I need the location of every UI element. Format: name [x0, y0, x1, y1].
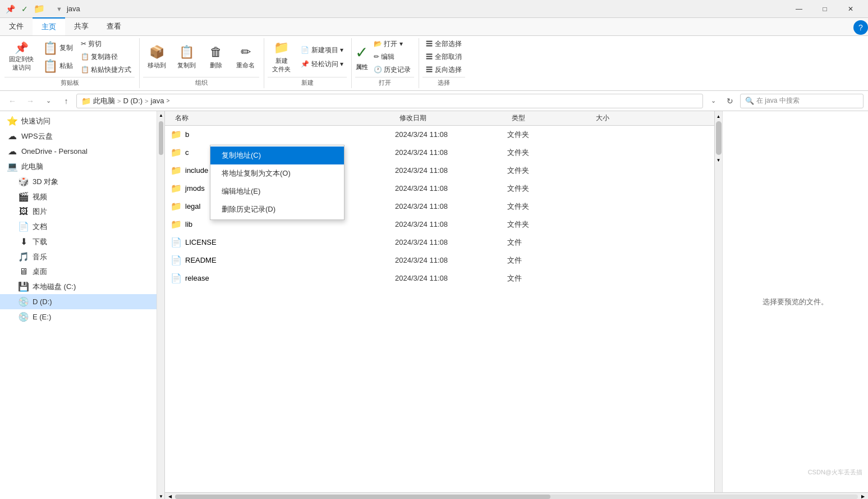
table-row[interactable]: 📄release2024/3/24 11:08文件 — [165, 269, 714, 287]
sidebar-item-music[interactable]: 🎵音乐 — [0, 249, 157, 264]
quick-access-icon: ⭐ — [7, 116, 18, 126]
title-bar-check-icon[interactable]: ✓ — [19, 3, 30, 15]
sidebar-item-this-pc[interactable]: 💻此电脑 — [0, 159, 157, 174]
sidebar-scroll-up[interactable]: ▲ — [157, 111, 165, 119]
path-chevron[interactable]: > — [166, 98, 169, 104]
sidebar-item-wps[interactable]: ☁WPS云盘 — [0, 129, 157, 144]
maximize-button[interactable]: □ — [812, 0, 838, 18]
history-button[interactable]: 🕐 历史记录 — [370, 64, 414, 76]
recent-locations-button[interactable]: ⌄ — [40, 93, 56, 109]
deselect-all-button[interactable]: ☰ 全部取消 — [422, 51, 465, 63]
paste-shortcut-button[interactable]: 📋 粘贴快捷方式 — [77, 64, 135, 76]
sidebar-item-quick-access[interactable]: ⭐快速访问 — [0, 113, 157, 129]
hscroll-left-arrow[interactable]: ◀ — [166, 493, 174, 500]
main-layout: ⭐快速访问☁WPS云盘☁OneDrive - Personal💻此电脑🎲3D 对… — [0, 111, 868, 499]
sidebar-item-3d-objects[interactable]: 🎲3D 对象 — [0, 174, 157, 189]
sidebar-item-e-drive[interactable]: 💿E (E:) — [0, 309, 157, 324]
file-name-cell: 📄README — [171, 255, 395, 265]
scroll-up-arrow[interactable]: ▲ — [715, 112, 723, 120]
new-folder-button[interactable]: 📁 新建文件夹 — [268, 38, 295, 76]
col-header-size[interactable]: 大小 — [591, 113, 647, 123]
minimize-button[interactable]: — — [786, 0, 812, 18]
horizontal-scrollbar[interactable]: ◀ ▶ — [165, 492, 868, 499]
sidebar-item-documents[interactable]: 📄文档 — [0, 219, 157, 234]
tab-view[interactable]: 查看 — [98, 18, 130, 35]
tab-file[interactable]: 文件 — [0, 18, 33, 35]
col-header-type[interactable]: 类型 — [507, 113, 591, 123]
paste-button[interactable]: 📋 粘贴 — [40, 58, 75, 75]
sidebar-item-onedrive[interactable]: ☁OneDrive - Personal — [0, 144, 157, 159]
context-menu-item-copy-address[interactable]: 复制地址(C) — [210, 147, 344, 164]
downloads-label: 下载 — [33, 237, 47, 247]
file-name-cell: 📄LICENSE — [171, 237, 395, 248]
invert-selection-button[interactable]: ☰ 反向选择 — [422, 64, 465, 76]
path-this-pc[interactable]: 此电脑 — [93, 96, 115, 106]
watermark: CSDN@火车丢丢描 — [808, 468, 862, 477]
table-row[interactable]: 📄README2024/3/24 11:08文件 — [165, 251, 714, 269]
title-bar-arrow: ▼ — [56, 6, 62, 12]
scroll-thumb[interactable] — [716, 121, 722, 155]
ribbon-group-select: ☰ 全部选择 ☰ 全部取消 ☰ 反向选择 选择 — [422, 38, 469, 88]
sidebar-item-downloads[interactable]: ⬇下载 — [0, 234, 157, 249]
back-button[interactable]: ← — [4, 93, 20, 109]
title-bar-folder-icon[interactable]: 📁 — [34, 3, 45, 15]
search-box[interactable]: 🔍 在 java 中搜索 — [740, 94, 864, 108]
hscroll-track[interactable] — [175, 495, 858, 499]
sidebar-item-pictures[interactable]: 🖼图片 — [0, 204, 157, 219]
hscroll-right-arrow[interactable]: ▶ — [859, 493, 867, 500]
ribbon-group-clipboard: 📌 固定到快速访问 📋 复制 📋 粘贴 ✂ 剪切 📋 复制路径 — [4, 38, 140, 88]
forward-button[interactable]: → — [22, 93, 38, 109]
copy-button[interactable]: 📋 复制 — [40, 40, 75, 57]
hscroll-thumb[interactable] — [175, 495, 550, 499]
content-scrollbar[interactable]: ▲ ▼ — [714, 111, 722, 492]
delete-button[interactable]: 🗑 删除 — [203, 43, 229, 72]
move-to-button[interactable]: 📦 移动到 — [143, 43, 171, 72]
table-row[interactable]: 📁b2024/3/24 11:08文件夹 — [165, 126, 714, 144]
edit-button[interactable]: ✏ 编辑 — [370, 51, 414, 63]
easy-access-button[interactable]: 📌 轻松访问 ▾ — [297, 58, 347, 70]
preview-text: 选择要预览的文件。 — [763, 297, 828, 307]
rename-button[interactable]: ✏ 重命名 — [232, 43, 259, 72]
address-path[interactable]: 📁 此电脑 > D (D:) > java > — [76, 94, 703, 108]
close-button[interactable]: ✕ — [838, 0, 864, 18]
refresh-button[interactable]: ↻ — [722, 93, 738, 109]
help-button[interactable]: ? — [853, 20, 868, 35]
dropdown-button[interactable]: ⌄ — [705, 93, 721, 109]
table-row[interactable]: 📄LICENSE2024/3/24 11:08文件 — [165, 234, 714, 251]
up-button[interactable]: ↑ — [58, 93, 74, 109]
sidebar-item-desktop[interactable]: 🖥桌面 — [0, 264, 157, 279]
sidebar-item-videos[interactable]: 🎬视频 — [0, 189, 157, 204]
file-name: jmods — [185, 184, 205, 193]
sidebar-item-d-drive[interactable]: 💿D (D:) — [0, 294, 157, 309]
this-pc-icon: 💻 — [7, 161, 18, 172]
folder-icon: 📁 — [171, 183, 182, 194]
col-header-name[interactable]: 名称 — [171, 113, 395, 123]
sidebar-scroll-down[interactable]: ▼ — [157, 492, 165, 499]
new-item-button[interactable]: 📄 新建项目 ▾ — [297, 44, 347, 56]
context-menu-item-delete-history[interactable]: 删除历史记录(D) — [210, 200, 344, 218]
file-type: 文件夹 — [507, 130, 591, 140]
d-drive-label: D (D:) — [33, 297, 52, 306]
open-button[interactable]: 📂 打开 ▾ — [370, 38, 414, 50]
documents-label: 文档 — [33, 222, 47, 232]
pin-to-quick-access-button[interactable]: 📌 固定到快速访问 — [4, 40, 38, 74]
file-type: 文件夹 — [507, 166, 591, 176]
tab-home[interactable]: 主页 — [33, 17, 65, 35]
col-header-date[interactable]: 修改日期 — [395, 113, 507, 123]
folder-icon: 📁 — [171, 165, 182, 176]
path-d-drive[interactable]: D (D:) — [123, 97, 143, 105]
context-menu-item-edit-address[interactable]: 编辑地址(E) — [210, 182, 344, 200]
select-all-button[interactable]: ☰ 全部选择 — [422, 38, 465, 50]
ribbon-group-clipboard-content: 📌 固定到快速访问 📋 复制 📋 粘贴 ✂ 剪切 📋 复制路径 — [4, 38, 135, 76]
sidebar-item-local-c[interactable]: 💾本地磁盘 (C:) — [0, 279, 157, 294]
music-icon: 🎵 — [18, 251, 29, 262]
context-menu-item-copy-address-text[interactable]: 将地址复制为文本(O) — [210, 164, 344, 182]
title-bar-pin-icon[interactable]: 📌 — [4, 3, 16, 15]
tab-share[interactable]: 共享 — [65, 18, 98, 35]
scroll-down-arrow[interactable]: ▼ — [715, 156, 723, 164]
cut-button[interactable]: ✂ 剪切 — [77, 38, 135, 50]
path-java[interactable]: java — [151, 97, 164, 105]
copy-to-button[interactable]: 📋 复制到 — [173, 43, 200, 72]
file-date: 2024/3/24 11:08 — [395, 202, 507, 210]
copy-path-button[interactable]: 📋 复制路径 — [77, 51, 135, 63]
